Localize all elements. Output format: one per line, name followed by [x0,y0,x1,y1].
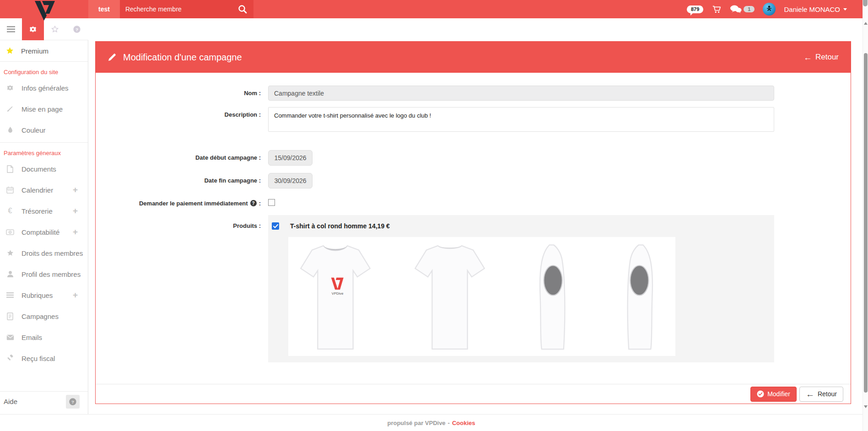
search-input[interactable] [125,5,237,13]
help-circle-icon: ? [73,25,81,33]
file-text-icon [5,312,15,320]
sidebar-item-recu-fiscal[interactable]: Reçu fiscal [0,348,88,369]
sidebar-item-tresorerie[interactable]: € Trésorerie + [0,200,88,221]
help-button[interactable]: ? [66,395,80,409]
tab-favorites[interactable] [44,18,66,40]
scroll-down-arrow-icon[interactable] [864,405,868,408]
tshirt-front-image: VPDive [297,241,374,354]
sidebar-item-comptabilite[interactable]: 0 Comptabilité + [0,221,88,242]
item-label: Calendrier [22,186,73,194]
item-label: Campagnes [22,312,88,320]
sidebar-item-profil-des-membres[interactable]: Profil des membres [0,264,88,285]
tab-menu[interactable] [0,18,22,40]
site-tab[interactable]: test [88,0,120,18]
sidebar-tabs: ? [0,18,88,40]
nom-label: Nom : [96,86,268,97]
plus-icon[interactable]: + [73,185,88,195]
sidebar-item-calendrier[interactable]: Calendrier + [0,179,88,200]
panel-footer: Modifier ← Retour [96,384,851,404]
sidebar-item-emails[interactable]: Emails [0,327,88,348]
diver-photo-icon [765,5,773,14]
gear-icon [5,84,15,92]
sidebar-item-infos-generales[interactable]: Infos générales [0,77,88,98]
description-textarea[interactable]: Commander votre t-shirt personnalisé ave… [268,107,774,132]
vertical-scrollbar[interactable] [863,0,868,431]
chevron-down-icon [843,8,847,11]
date-fin-input[interactable] [268,173,313,189]
plus-icon[interactable]: + [73,206,88,216]
scroll-up-arrow-icon[interactable] [864,22,868,25]
product-images[interactable]: VPDive [288,237,675,356]
plus-icon[interactable]: + [73,227,88,237]
item-label: Mise en page [22,105,88,113]
paiement-label: Demander le paiement immédiatement ? : [96,200,268,207]
premium-star-icon [5,47,14,55]
product-name: T-shirt à col rond homme 14,19 € [290,222,390,230]
banknote-icon: 0 [5,229,15,235]
item-label: Droits des membres [22,249,88,257]
star-icon [5,249,15,257]
products-box: T-shirt à col rond homme 14,19 € VPDive [268,215,774,362]
sidebar-item-rubriques[interactable]: Rubriques + [0,285,88,306]
produits-label: Produits : [96,215,268,229]
section-title-parametres: Paramètres géneraux [0,143,88,158]
check-circle-icon [757,390,764,398]
back-link-label: Retour [815,53,839,62]
user-menu[interactable]: Daniele MONACO [784,5,847,13]
tab-settings[interactable] [22,18,44,40]
vpdive-logo-icon [27,0,61,22]
sidebar-item-premium[interactable]: Premium [0,40,88,62]
modifier-button[interactable]: Modifier [750,387,797,402]
nom-input[interactable] [268,86,774,101]
svg-text:VPDive: VPDive [332,291,344,296]
product-checkbox[interactable] [272,222,279,230]
help-circle-icon: ? [69,398,77,406]
item-label: Rubriques [22,291,73,299]
check-icon [273,224,278,228]
pencil-icon [108,53,117,62]
brush-icon [5,105,15,113]
scrollbar-thumb[interactable] [864,53,868,393]
back-link-top[interactable]: ← Retour [803,53,839,62]
cart-icon[interactable] [712,4,722,14]
calendar-icon [5,186,15,194]
date-fin-label: Date fin campagne : [96,173,268,184]
messages-icon[interactable] [730,5,742,14]
question-circle-icon[interactable]: ? [250,200,257,206]
page-footer: propulsé par VPDive - Cookies [0,414,863,431]
item-label: Profil des membres [22,270,88,278]
cookies-link[interactable]: Cookies [452,420,475,426]
retour-label: Retour [818,390,837,398]
search-icon[interactable] [237,4,248,15]
gavel-icon [5,355,15,362]
sidebar-item-couleur[interactable]: Couleur [0,119,88,140]
messages-count-badge[interactable]: 1 [744,6,755,12]
sidebar-item-documents[interactable]: Documents [0,158,88,179]
envelope-icon [5,334,15,340]
tshirt-side-right-image [525,241,578,354]
user-avatar[interactable] [763,3,776,16]
section-title-configuration: Configuration du site [0,62,88,77]
sidebar-item-mise-en-page[interactable]: Mise en page [0,98,88,119]
user-name-label: Daniele MONACO [784,5,840,13]
svg-text:?: ? [71,399,74,404]
tab-help[interactable]: ? [66,18,88,40]
modifier-label: Modifier [767,390,790,398]
paiement-checkbox[interactable] [268,199,275,206]
sidebar-item-droits-des-membres[interactable]: Droits des membres [0,242,88,264]
item-label: Comptabilité [22,228,73,236]
scrollbar-top-cap [863,0,868,6]
notification-badge[interactable]: 879 [687,5,703,13]
plus-icon[interactable]: + [73,290,88,300]
brand-logo[interactable] [0,0,88,18]
page-title: Modification d'une campagne [123,52,803,63]
footer-text: propulsé par VPDive [387,420,445,426]
sidebar-help-row: Aide ? [0,391,88,411]
footer-separator: - [448,420,450,426]
paiement-label-text: Demander le paiement immédiatement [139,200,248,207]
retour-button[interactable]: ← Retour [799,387,843,402]
date-debut-input[interactable] [268,150,313,166]
item-label: Trésorerie [22,207,73,215]
item-label: Reçu fiscal [22,355,88,362]
sidebar-item-campagnes[interactable]: Campagnes [0,306,88,327]
